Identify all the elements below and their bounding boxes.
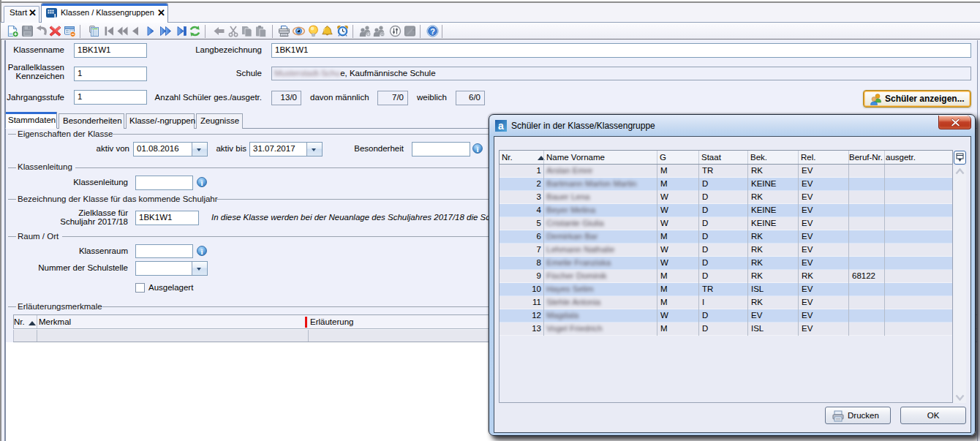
svg-text:a: a <box>498 120 504 132</box>
svg-text:?: ? <box>430 27 435 36</box>
